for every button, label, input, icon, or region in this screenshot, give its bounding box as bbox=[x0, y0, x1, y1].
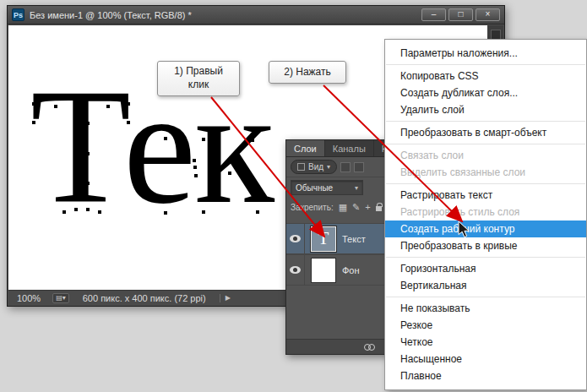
panel-tab[interactable]: Каналы bbox=[325, 140, 374, 156]
status-widget-icon[interactable]: ▤▾ bbox=[52, 293, 69, 303]
menu-separator bbox=[386, 183, 585, 184]
lock-row: Закрепить: ▦ ✎ + bbox=[286, 198, 396, 216]
visibility-toggle[interactable] bbox=[286, 255, 305, 285]
layer-context-menu: Параметры наложения...Копировать CSSСозд… bbox=[384, 39, 587, 390]
titlebar[interactable]: Ps Без имени-1 @ 100% (Текст, RGB/8) * –… bbox=[8, 6, 504, 24]
layer-row[interactable]: Фон bbox=[286, 254, 396, 286]
menu-item[interactable]: Плавное bbox=[385, 368, 586, 384]
menu-item[interactable]: Насыщенное bbox=[385, 351, 586, 368]
callout-press: 2) Нажать bbox=[269, 61, 346, 84]
layer-row[interactable]: TТекст bbox=[286, 223, 396, 254]
close-button[interactable]: × bbox=[476, 8, 500, 21]
menu-separator bbox=[386, 121, 585, 122]
menu-separator bbox=[386, 144, 585, 144]
filter-type-icon[interactable] bbox=[340, 162, 351, 172]
menu-item[interactable]: Создать рабочий контур bbox=[385, 220, 586, 237]
maximize-button[interactable]: □ bbox=[448, 8, 473, 21]
eye-icon bbox=[290, 266, 301, 274]
menu-separator bbox=[386, 64, 585, 65]
menu-item[interactable]: Горизонтальная bbox=[385, 260, 586, 277]
chevron-down-icon: ▾ bbox=[327, 163, 330, 171]
callout-right-click: 1) Правый клик bbox=[157, 61, 240, 96]
filter-kind-icon bbox=[297, 163, 305, 171]
layer-filter-row: Вид ▾ bbox=[286, 157, 396, 177]
eye-icon bbox=[290, 235, 301, 242]
window-controls: – □ × bbox=[421, 8, 500, 21]
photoshop-logo-icon: Ps bbox=[12, 8, 24, 21]
document-info: 600 пикс. x 400 пикс. (72 ppi) bbox=[83, 293, 206, 303]
menu-item: Связать слои bbox=[385, 147, 586, 164]
visibility-toggle[interactable] bbox=[286, 224, 305, 253]
menu-item[interactable]: Создать дубликат слоя... bbox=[385, 84, 586, 101]
layer-name: Фон bbox=[342, 265, 360, 275]
menu-item[interactable]: Резкое bbox=[385, 317, 586, 334]
lock-move-icon[interactable]: + bbox=[365, 203, 370, 212]
desktop: Ps Без имени-1 @ 100% (Текст, RGB/8) * –… bbox=[0, 0, 587, 392]
menu-item[interactable]: Не показывать bbox=[385, 300, 586, 317]
menu-item[interactable]: Четкое bbox=[385, 334, 586, 351]
menu-item[interactable]: Растрировать текст bbox=[385, 187, 586, 204]
layer-thumbnail[interactable]: T bbox=[311, 226, 336, 252]
blend-mode-select[interactable]: Обычные ▾ bbox=[291, 180, 363, 195]
window-title: Без имени-1 @ 100% (Текст, RGB/8) * bbox=[30, 10, 416, 20]
layers-list: TТекстФон bbox=[286, 216, 396, 339]
status-scroll-icon[interactable]: ▶ bbox=[226, 294, 231, 302]
minimize-button[interactable]: – bbox=[421, 8, 446, 21]
link-layers-icon[interactable] bbox=[364, 344, 375, 351]
layers-panel: СлоиКаналыКонтуры Вид ▾ Обычные ▾ Закреп… bbox=[285, 139, 397, 355]
menu-item[interactable]: Вертикальная bbox=[385, 277, 586, 294]
menu-item: Растрировать стиль слоя bbox=[385, 204, 586, 220]
menu-item[interactable]: Преобразовать в кривые bbox=[385, 237, 586, 254]
blend-mode-value: Обычные bbox=[296, 183, 333, 193]
menu-item[interactable]: Удалить слой bbox=[385, 101, 586, 118]
menu-item[interactable]: Копировать CSS bbox=[385, 68, 586, 84]
menu-separator bbox=[386, 297, 585, 297]
lock-transparency-icon[interactable]: ▦ bbox=[339, 203, 347, 212]
zoom-level[interactable]: 100% bbox=[17, 293, 41, 303]
lock-paint-icon[interactable]: ✎ bbox=[352, 203, 360, 212]
menu-item: Выделить связанные слои bbox=[385, 164, 586, 181]
lock-all-icon[interactable] bbox=[376, 206, 382, 211]
layer-name: Текст bbox=[342, 234, 366, 244]
layers-panel-footer bbox=[286, 339, 396, 354]
chevron-down-icon: ▾ bbox=[355, 184, 358, 192]
lock-label: Закрепить: bbox=[291, 203, 334, 212]
layers-panel-tabs: СлоиКаналыКонтуры bbox=[286, 140, 396, 157]
status-divider bbox=[220, 294, 220, 302]
menu-item[interactable]: Преобразовать в смарт-объект bbox=[385, 124, 586, 141]
blend-mode-row: Обычные ▾ bbox=[286, 177, 396, 198]
filter-label: Вид bbox=[308, 162, 323, 172]
layer-thumbnail[interactable] bbox=[311, 258, 336, 283]
menu-item[interactable]: Параметры наложения... bbox=[385, 45, 586, 62]
menu-separator bbox=[386, 257, 585, 258]
layer-filter-dropdown[interactable]: Вид ▾ bbox=[291, 160, 337, 174]
panel-tab[interactable]: Слои bbox=[286, 140, 325, 156]
filter-type-icon[interactable] bbox=[354, 162, 364, 172]
